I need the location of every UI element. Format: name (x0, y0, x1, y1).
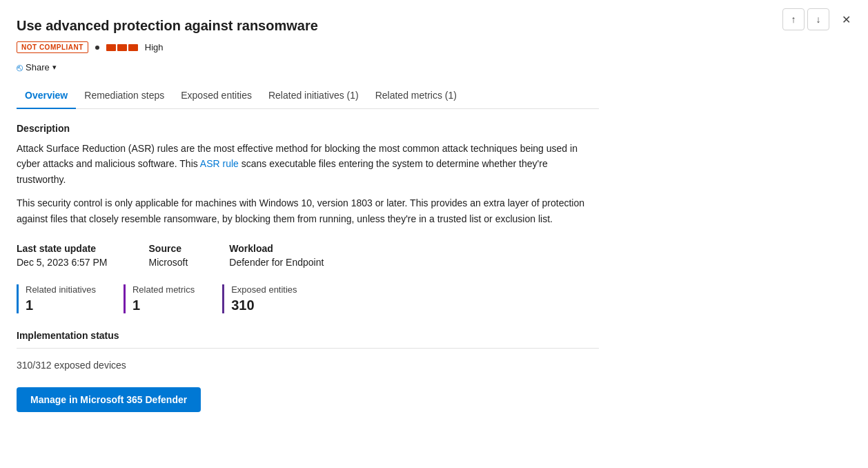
tab-overview[interactable]: Overview (17, 84, 76, 109)
status-row: NOT COMPLIANT High (17, 41, 599, 53)
tab-related-initiatives[interactable]: Related initiatives (1) (260, 84, 367, 109)
description-paragraph-2: This security control is only applicable… (17, 195, 599, 226)
navigate-down-button[interactable]: ↓ (807, 8, 829, 30)
related-metrics-stat: Related metrics 1 (124, 284, 195, 313)
asr-rule-link[interactable]: ASR rule (200, 158, 239, 169)
share-button[interactable]: ⎋ Share ▾ (17, 61, 57, 73)
navigate-up-button[interactable]: ↑ (782, 8, 805, 30)
tab-remediation[interactable]: Remediation steps (76, 84, 172, 109)
exposed-entities-stat: Exposed entities 310 (222, 284, 297, 313)
page-title: Use advanced protection against ransomwa… (17, 17, 599, 35)
meta-grid: Last state update Dec 5, 2023 6:57 PM So… (17, 243, 599, 268)
description-heading: Description (17, 123, 599, 134)
implementation-divider (17, 348, 599, 349)
chevron-down-icon: ▾ (52, 63, 57, 72)
source-label: Source (149, 243, 188, 254)
implementation-section: Implementation status 310/312 exposed de… (17, 330, 599, 371)
metrics-stat-value: 1 (132, 298, 195, 313)
workload-label: Workload (229, 243, 324, 254)
share-label: Share (26, 62, 50, 72)
exposed-stat-value: 310 (231, 298, 297, 313)
severity-dot (95, 46, 99, 50)
source: Source Microsoft (149, 243, 188, 268)
last-state-label: Last state update (17, 243, 108, 254)
tab-bar: Overview Remediation steps Exposed entit… (17, 84, 599, 109)
initiatives-stat-value: 1 (26, 298, 96, 313)
close-button[interactable]: ✕ (835, 8, 857, 30)
panel-content: Use advanced protection against ransomwa… (0, 0, 621, 429)
severity-block-2 (117, 44, 127, 51)
workload: Workload Defender for Endpoint (229, 243, 324, 268)
description-section: Description Attack Surface Reduction (AS… (17, 123, 599, 226)
last-state-update: Last state update Dec 5, 2023 6:57 PM (17, 243, 108, 268)
tab-exposed-entities[interactable]: Exposed entities (172, 84, 260, 109)
compliance-badge: NOT COMPLIANT (17, 41, 88, 53)
severity-blocks (106, 44, 138, 51)
share-icon: ⎋ (17, 61, 23, 73)
severity-block-3 (128, 44, 138, 51)
implementation-heading: Implementation status (17, 330, 599, 341)
tab-related-metrics[interactable]: Related metrics (1) (367, 84, 465, 109)
implementation-progress: 310/312 exposed devices (17, 360, 126, 371)
manage-button[interactable]: Manage in Microsoft 365 Defender (17, 387, 201, 412)
description-paragraph-1: Attack Surface Reduction (ASR) rules are… (17, 141, 599, 187)
stats-row: Related initiatives 1 Related metrics 1 … (17, 284, 599, 313)
severity-block-1 (106, 44, 116, 51)
metrics-stat-label: Related metrics (132, 284, 195, 295)
last-state-value: Dec 5, 2023 6:57 PM (17, 257, 108, 268)
exposed-stat-label: Exposed entities (231, 284, 297, 295)
workload-value: Defender for Endpoint (229, 257, 324, 268)
severity-label: High (145, 42, 164, 52)
initiatives-stat-label: Related initiatives (26, 284, 96, 295)
source-value: Microsoft (149, 257, 188, 268)
related-initiatives-stat: Related initiatives 1 (17, 284, 96, 313)
top-nav-buttons: ↑ ↓ ✕ (782, 8, 857, 30)
